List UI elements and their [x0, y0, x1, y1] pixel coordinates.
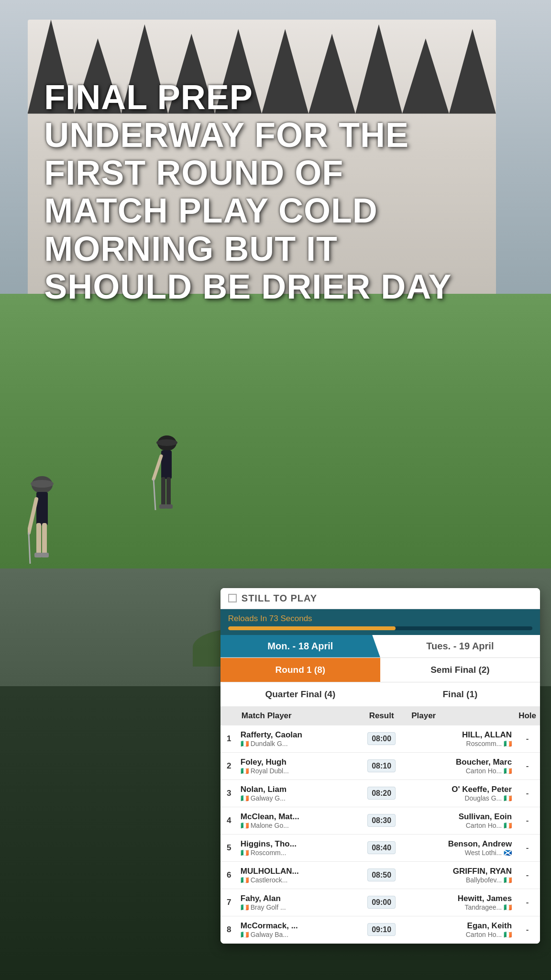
round-tab-quarterfinal[interactable]: Quarter Final (4)	[220, 682, 380, 706]
player1-cell-7: Fahy, Alan 🇮🇪 Bray Golf ...	[238, 889, 355, 916]
hole-cell-4: -	[515, 807, 540, 834]
player1-cell-6: MULHOLLAN... 🇮🇪 Castlerock...	[238, 861, 355, 889]
table-row: 3 Nolan, Liam 🇮🇪 Galway G... 08:20 O' Ke…	[220, 780, 540, 807]
result-cell-2: 08:10	[355, 752, 408, 780]
result-cell-6: 08:50	[355, 861, 408, 889]
player2-cell-1: HILL, ALLAN Roscomm... 🇮🇪	[408, 725, 515, 753]
player1-club-8: 🇮🇪 Galway Ba...	[241, 931, 353, 938]
round-tab-final[interactable]: Final (1)	[380, 682, 540, 706]
svg-rect-5	[34, 553, 42, 557]
player1-cell-8: McCormack, ... 🇮🇪 Galway Ba...	[238, 916, 355, 943]
still-to-play-label: STILL TO PLAY	[242, 593, 317, 604]
table-row: 8 McCormack, ... 🇮🇪 Galway Ba... 09:10 E…	[220, 916, 540, 943]
player2-name-1: HILL, ALLAN	[410, 730, 512, 740]
player1-name-2: Foley, Hugh	[241, 757, 353, 767]
result-cell-7: 09:00	[355, 889, 408, 916]
player2-cell-2: Boucher, Marc Carton Ho... 🇮🇪	[408, 752, 515, 780]
player2-name-7: Hewitt, James	[410, 894, 512, 903]
col-player: Player	[408, 706, 515, 725]
hole-cell-8: -	[515, 916, 540, 943]
svg-point-10	[156, 439, 177, 446]
svg-rect-14	[159, 504, 166, 509]
player2-cell-8: Egan, Keith Carton Ho... 🇮🇪	[408, 916, 515, 943]
hole-cell-3: -	[515, 780, 540, 807]
player1-club-7: 🇮🇪 Bray Golf ...	[241, 903, 353, 911]
player2-club-5: West Lothi... 🏴󠁧󠁢󠁳󠁣󠁴󠁿	[410, 849, 512, 857]
player2-club-1: Roscomm... 🇮🇪	[410, 740, 512, 747]
reload-progress-fill	[228, 626, 396, 630]
headline-overlay: FINAL PREP UNDERWAY FOR THE FIRST ROUND …	[44, 78, 457, 306]
player2-club-3: Douglas G... 🇮🇪	[410, 794, 512, 802]
player2-name-4: Sullivan, Eoin	[410, 812, 512, 822]
hole-cell-7: -	[515, 889, 540, 916]
svg-rect-13	[166, 477, 171, 506]
round-tab-round1[interactable]: Round 1 (8)	[220, 658, 380, 682]
match-num-4: 4	[220, 807, 238, 834]
player2-cell-4: Sullivan, Eoin Carton Ho... 🇮🇪	[408, 807, 515, 834]
match-num-8: 8	[220, 916, 238, 943]
player2-club-4: Carton Ho... 🇮🇪	[410, 822, 512, 829]
svg-rect-3	[36, 523, 41, 554]
svg-rect-6	[41, 553, 49, 557]
col-result: Result	[355, 706, 408, 725]
matches-table: Match Player Result Player Hole 1 Raffer…	[220, 706, 540, 944]
day-tab-monday[interactable]: Mon. - 18 April	[220, 635, 380, 657]
score-panel: STILL TO PLAY Reloads In 73 Seconds Mon.…	[220, 588, 540, 944]
player1-club-2: 🇮🇪 Royal Dubl...	[241, 767, 353, 775]
player1-name-8: McCormack, ...	[241, 921, 353, 931]
round-tab-semifinal[interactable]: Semi Final (2)	[380, 658, 540, 682]
matches-tbody: 1 Rafferty, Caolan 🇮🇪 Dundalk G... 08:00…	[220, 725, 540, 944]
reload-progress-bar	[228, 626, 532, 630]
player2-cell-5: Benson, Andrew West Lothi... 🏴󠁧󠁢󠁳󠁣󠁴󠁿	[408, 834, 515, 861]
day-tabs: Mon. - 18 April Tues. - 19 April	[220, 635, 540, 657]
player1-cell-1: Rafferty, Caolan 🇮🇪 Dundalk G...	[238, 725, 355, 753]
svg-line-7	[29, 499, 36, 533]
player1-club-1: 🇮🇪 Dundalk G...	[241, 740, 353, 747]
svg-line-8	[29, 533, 30, 564]
col-hole: Hole	[515, 706, 540, 725]
reload-bar-container: Reloads In 73 Seconds	[220, 609, 540, 635]
col-num	[220, 706, 238, 725]
match-num-6: 6	[220, 861, 238, 889]
headline-text: FINAL PREP UNDERWAY FOR THE FIRST ROUND …	[44, 78, 457, 306]
player1-name-3: Nolan, Liam	[241, 785, 353, 794]
hole-cell-2: -	[515, 752, 540, 780]
player1-cell-5: Higgins, Tho... 🇮🇪 Roscomm...	[238, 834, 355, 861]
still-to-play-bar: STILL TO PLAY	[220, 588, 540, 609]
table-row: 7 Fahy, Alan 🇮🇪 Bray Golf ... 09:00 Hewi…	[220, 889, 540, 916]
player1-cell-4: McClean, Mat... 🇮🇪 Malone Go...	[238, 807, 355, 834]
player1-club-5: 🇮🇪 Roscomm...	[241, 849, 353, 857]
day-tab-tuesday[interactable]: Tues. - 19 April	[380, 635, 540, 657]
hole-cell-6: -	[515, 861, 540, 889]
time-badge-5: 08:40	[367, 841, 396, 854]
svg-line-17	[154, 479, 155, 510]
svg-rect-2	[36, 492, 48, 525]
page-wrapper: FINAL PREP UNDERWAY FOR THE FIRST ROUND …	[0, 0, 551, 980]
checkbox-icon	[228, 594, 237, 602]
table-row: 6 MULHOLLAN... 🇮🇪 Castlerock... 08:50 GR…	[220, 861, 540, 889]
reload-text: Reloads In 73 Seconds	[228, 614, 532, 624]
player2-name-2: Boucher, Marc	[410, 757, 512, 767]
player2-club-6: Ballybofev... 🇮🇪	[410, 876, 512, 884]
result-cell-3: 08:20	[355, 780, 408, 807]
time-badge-6: 08:50	[367, 869, 396, 881]
match-num-5: 5	[220, 834, 238, 861]
hole-cell-1: -	[515, 725, 540, 753]
time-badge-2: 08:10	[367, 759, 396, 772]
player2-cell-7: Hewitt, James Tandragee... 🇮🇪	[408, 889, 515, 916]
table-row: 1 Rafferty, Caolan 🇮🇪 Dundalk G... 08:00…	[220, 725, 540, 753]
match-num-7: 7	[220, 889, 238, 916]
player2-cell-6: GRIFFIN, RYAN Ballybofev... 🇮🇪	[408, 861, 515, 889]
time-badge-7: 09:00	[367, 896, 396, 909]
match-num-1: 1	[220, 725, 238, 753]
col-match-player: Match Player	[238, 706, 355, 725]
table-row: 4 McClean, Mat... 🇮🇪 Malone Go... 08:30 …	[220, 807, 540, 834]
player2-name-6: GRIFFIN, RYAN	[410, 867, 512, 876]
table-row: 2 Foley, Hugh 🇮🇪 Royal Dubl... 08:10 Bou…	[220, 752, 540, 780]
svg-rect-4	[42, 523, 47, 554]
player1-name-1: Rafferty, Caolan	[241, 730, 353, 740]
player1-name-4: McClean, Mat...	[241, 812, 353, 822]
result-cell-8: 09:10	[355, 916, 408, 943]
svg-point-1	[31, 480, 54, 488]
result-cell-1: 08:00	[355, 725, 408, 753]
